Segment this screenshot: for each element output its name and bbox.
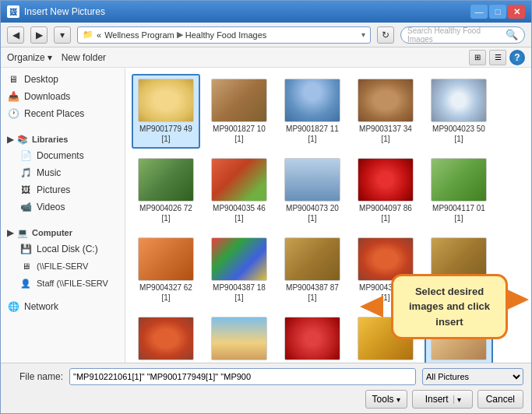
thumbnail-item[interactable]: MP9102187 33[1] — [278, 312, 347, 363]
thumbnail-item[interactable]: MP9003137 34[1] — [351, 74, 420, 149]
thumb-label: MP9004443 72[1] — [136, 362, 196, 363]
separator3 — [1, 292, 125, 298]
network-label: Network — [24, 301, 58, 312]
path-dropdown-icon: ▾ — [361, 30, 365, 39]
sidebar-section-computer[interactable]: ▶ 💻 Computer — [1, 222, 125, 240]
fileserv1-icon: 🖥 — [19, 260, 32, 272]
sidebar-item-desktop[interactable]: 🖥 Desktop — [1, 71, 125, 88]
music-label: Music — [37, 167, 61, 178]
sidebar-item-fileserv1[interactable]: 🖥 (\\FILE-SERV — [1, 258, 125, 275]
insert-dropdown-arrow[interactable]: ▾ — [453, 395, 464, 404]
thumb-label: MP9102187 33[1] — [283, 362, 342, 363]
thumb-image — [431, 158, 487, 202]
libraries-label: Libraries — [32, 135, 68, 144]
thumbnail-item[interactable]: MP9004443 72[1] — [132, 312, 200, 363]
thumbnail-item[interactable]: MP9004387 18[1] — [205, 233, 273, 307]
main-content: 🖥 Desktop 📥 Downloads 🕐 Recent Places ▶ … — [1, 68, 531, 363]
network-icon: 🌐 — [7, 300, 19, 313]
folder-icon: 📁 — [83, 30, 93, 40]
thumbnail-item[interactable]: MP9001827 11[1] — [278, 74, 347, 149]
back-button[interactable]: ◀ — [7, 26, 24, 44]
downloads-icon: 📥 — [7, 90, 19, 103]
local-disk-label: Local Disk (C:) — [37, 244, 98, 254]
thumbnail-item[interactable]: MP9004035 46[1] — [205, 153, 273, 228]
path-bar[interactable]: 📁 « Wellness Program ▶ Healthy Food Imag… — [77, 26, 371, 44]
sidebar-item-documents[interactable]: 📄 Documents — [1, 147, 125, 164]
insert-button-group[interactable]: Insert ▾ — [412, 390, 473, 409]
arrow-left-container — [360, 296, 383, 318]
thumb-image — [138, 79, 194, 122]
thumb-image — [138, 237, 194, 281]
sidebar-item-recent[interactable]: 🕐 Recent Places — [1, 105, 125, 122]
secondary-toolbar: Organize ▾ New folder ⊞ ☰ ? — [1, 47, 531, 68]
thumb-image — [211, 79, 267, 122]
thumb-image — [284, 79, 340, 122]
filetype-select[interactable]: All Pictures — [422, 368, 523, 385]
thumb-label: MP9004387 87[1] — [283, 282, 342, 303]
title-controls: — □ ✕ — [470, 5, 525, 19]
pictures-label: Pictures — [37, 184, 70, 195]
thumbnail-item[interactable]: MP9004464 88[1] — [205, 312, 273, 363]
cancel-button[interactable]: Cancel — [477, 390, 523, 409]
thumbnail-item[interactable]: MP9004026 72[1] — [132, 153, 200, 228]
videos-icon: 📹 — [19, 201, 32, 213]
sidebar-item-local-disk[interactable]: 💾 Local Disk (C:) — [1, 240, 125, 258]
title-bar-left: 🖼 Insert New Pictures — [7, 5, 105, 18]
file-area: MP9001779 49[1]MP9001827 10[1]MP9001827 … — [125, 68, 531, 363]
view-list-button[interactable]: ☰ — [489, 50, 506, 65]
refresh-button[interactable]: ↻ — [377, 26, 394, 44]
filename-row: File name: All Pictures — [9, 368, 523, 385]
close-button[interactable]: ✕ — [508, 5, 525, 19]
help-button[interactable]: ? — [509, 50, 525, 65]
sidebar-item-videos[interactable]: 📹 Videos — [1, 198, 125, 216]
libraries-icon: 📚 — [16, 133, 29, 146]
sidebar-section-libraries[interactable]: ▶ 📚 Libraries — [1, 128, 125, 147]
thumbnail-item[interactable]: MP9001827 10[1] — [205, 74, 273, 149]
callout-arrow-right — [506, 289, 529, 310]
search-icon: 🔍 — [506, 29, 518, 40]
dropdown-button[interactable]: ▾ — [54, 26, 71, 44]
tools-button[interactable]: Tools ▾ — [365, 390, 407, 409]
forward-button[interactable]: ▶ — [30, 26, 48, 44]
sidebar-item-music[interactable]: 🎵 Music — [1, 164, 125, 181]
thumb-label: MP9102209 37[1] — [356, 362, 415, 363]
thumbnail-item[interactable]: MP9004097 86[1] — [351, 153, 420, 228]
recent-label: Recent Places — [24, 108, 84, 119]
thumb-label: MP9004035 46[1] — [210, 203, 269, 223]
pictures-icon: 🖼 — [19, 184, 32, 196]
organize-button[interactable]: Organize ▾ — [7, 52, 52, 63]
sidebar-item-downloads[interactable]: 📥 Downloads — [1, 88, 125, 105]
recent-icon: 🕐 — [7, 107, 19, 120]
title-bar: 🖼 Insert New Pictures — □ ✕ — [1, 1, 531, 23]
search-box[interactable]: Search Healthy Food Images 🔍 — [400, 26, 525, 44]
thumb-image — [284, 158, 340, 202]
path-arrow: ▶ — [177, 30, 183, 40]
sidebar-item-staff[interactable]: 👤 Staff (\\FILE-SERV — [1, 275, 125, 292]
callout-arrow-left — [360, 296, 383, 318]
thumbnail-item[interactable]: MP9004387 87[1] — [278, 233, 347, 307]
separator2 — [1, 216, 125, 222]
organize-label: Organize — [7, 52, 45, 63]
minimize-button[interactable]: — — [470, 5, 488, 19]
filename-input[interactable] — [69, 368, 416, 385]
sidebar-item-network[interactable]: 🌐 Network — [1, 298, 125, 315]
thumbnail-item[interactable]: MP9004327 62[1] — [132, 233, 200, 307]
music-icon: 🎵 — [19, 167, 32, 179]
view-grid-button[interactable]: ⊞ — [469, 50, 486, 65]
maximize-button[interactable]: □ — [489, 5, 506, 19]
window-title: Insert New Pictures — [24, 6, 105, 17]
computer-label: Computer — [32, 228, 72, 237]
thumb-image — [284, 317, 340, 360]
computer-icon: 💻 — [16, 226, 29, 239]
search-placeholder: Search Healthy Food Images — [407, 26, 502, 44]
view-controls: ⊞ ☰ ? — [469, 50, 525, 65]
thumbnail-item[interactable]: MP9004073 20[1] — [278, 153, 347, 228]
thumbnail-item[interactable]: MP9004117 01[1] — [425, 153, 493, 228]
documents-label: Documents — [37, 150, 84, 161]
new-folder-button[interactable]: New folder — [62, 52, 106, 63]
path-separator1: « — [97, 30, 101, 40]
thumbnail-item[interactable]: MP9001779 49[1] — [132, 74, 200, 149]
sidebar-item-pictures[interactable]: 🖼 Pictures — [1, 181, 125, 198]
thumbnail-item[interactable]: MP9004023 50[1] — [425, 74, 493, 149]
thumb-image — [358, 158, 414, 202]
